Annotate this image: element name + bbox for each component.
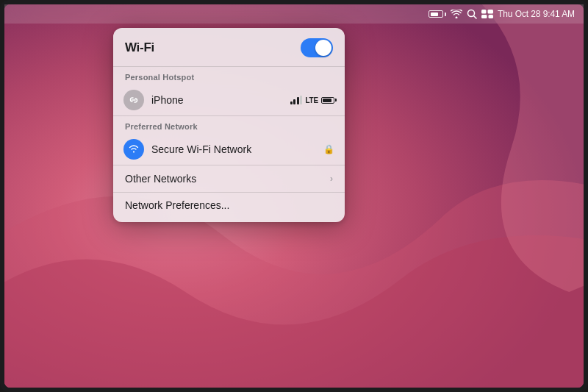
search-menubar-icon[interactable] bbox=[467, 9, 477, 19]
secure-wifi-name: Secure Wi-Fi Network bbox=[151, 143, 316, 155]
lock-icon: 🔒 bbox=[323, 144, 334, 154]
hotspot-battery-fill bbox=[323, 99, 331, 102]
control-center-icon[interactable] bbox=[481, 10, 493, 18]
wifi-panel: Wi-Fi Personal Hotspot iPhone bbox=[113, 28, 345, 222]
signal-bars bbox=[290, 96, 303, 104]
other-networks-row[interactable]: Other Networks › bbox=[113, 165, 345, 192]
iphone-status: LTE bbox=[290, 96, 334, 104]
chevron-right-icon: › bbox=[330, 174, 333, 184]
hotspot-battery bbox=[321, 97, 334, 104]
svg-line-2 bbox=[474, 16, 477, 19]
secure-wifi-icon bbox=[123, 139, 144, 160]
svg-rect-3 bbox=[481, 10, 487, 14]
wifi-toggle[interactable] bbox=[301, 38, 333, 57]
menu-bar: Thu Oct 28 9:41 AM bbox=[4, 4, 584, 24]
svg-rect-6 bbox=[489, 15, 494, 18]
battery-fill bbox=[431, 13, 439, 16]
secure-wifi-row[interactable]: Secure Wi-Fi Network 🔒 bbox=[113, 134, 345, 165]
wifi-panel-title: Wi-Fi bbox=[125, 40, 154, 55]
screen-bezel: Thu Oct 28 9:41 AM Wi-Fi Personal Hotspo… bbox=[0, 0, 588, 392]
other-networks-label: Other Networks bbox=[125, 173, 196, 185]
bar-1 bbox=[290, 101, 293, 104]
toggle-thumb bbox=[315, 40, 331, 56]
preferred-network-label: Preferred Network bbox=[113, 116, 345, 134]
svg-rect-4 bbox=[488, 10, 494, 14]
hotspot-icon bbox=[123, 90, 144, 110]
menu-bar-time: Thu Oct 28 9:41 AM bbox=[498, 9, 575, 19]
personal-hotspot-label: Personal Hotspot bbox=[113, 67, 345, 85]
menu-bar-right: Thu Oct 28 9:41 AM bbox=[429, 9, 575, 19]
lte-badge: LTE bbox=[305, 96, 318, 104]
bar-2 bbox=[293, 99, 295, 104]
network-preferences-label: Network Preferences... bbox=[125, 199, 229, 211]
bar-4 bbox=[300, 96, 302, 104]
bar-3 bbox=[297, 97, 299, 104]
iphone-hotspot-row[interactable]: iPhone LTE bbox=[113, 85, 345, 115]
battery-tip bbox=[445, 13, 446, 16]
battery-body bbox=[429, 10, 443, 18]
wifi-header: Wi-Fi bbox=[113, 38, 345, 66]
wifi-menubar-icon[interactable] bbox=[451, 10, 462, 18]
iphone-name: iPhone bbox=[151, 94, 283, 106]
screen-inner: Thu Oct 28 9:41 AM Wi-Fi Personal Hotspo… bbox=[4, 4, 584, 388]
network-preferences-row[interactable]: Network Preferences... bbox=[113, 193, 345, 219]
battery-icon bbox=[429, 10, 446, 18]
svg-rect-5 bbox=[481, 15, 487, 18]
